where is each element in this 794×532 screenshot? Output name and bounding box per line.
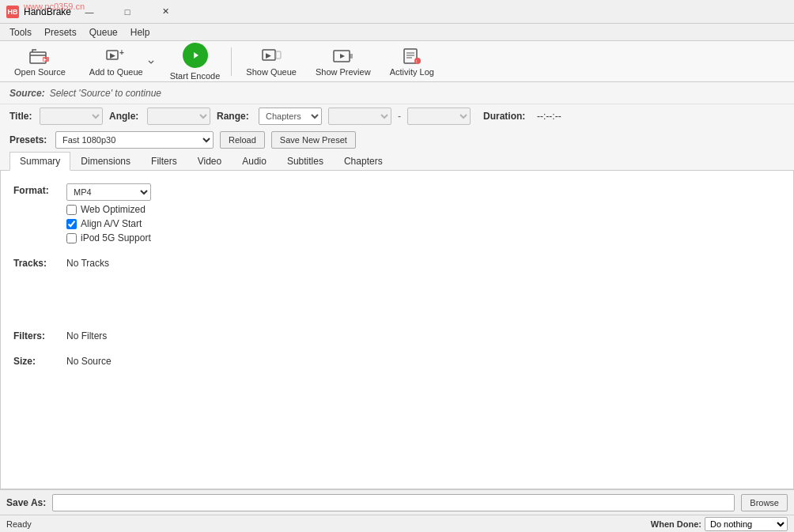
preset-select[interactable]: Fast 1080p30 [55,131,214,149]
tab-subtitles[interactable]: Subtitles [277,152,334,171]
angle-label: Angle: [109,111,141,122]
menu-help[interactable]: Help [124,25,157,40]
source-row: Source: Select 'Source' to continue [0,82,794,104]
ipod-support-label: iPod 5G Support [81,232,151,243]
title-label: Title: [9,111,33,122]
content-area: Source: Select 'Source' to continue Titl… [0,82,794,489]
when-done-label: When Done: [651,519,701,529]
main-panel: Format: MP4 MKV Web Optimized Align A/V … [0,171,794,489]
duration-value: --:--:-- [537,111,561,122]
align-av-row: Align A/V Start [66,218,151,229]
svg-text:▶: ▶ [110,51,115,59]
add-to-queue-button[interactable]: ▶ + Add to Queue [77,43,162,80]
activity-log-label: Activity Log [390,67,434,77]
show-queue-button[interactable]: ▶ Show Queue [238,43,304,80]
menu-queue[interactable]: Queue [83,25,124,40]
svg-marker-6 [194,52,198,58]
angle-select[interactable] [147,108,210,125]
svg-text:+: + [119,48,124,57]
svg-text:▶: ▶ [266,51,271,59]
tabs-row: Summary Dimensions Filters Video Audio S… [0,152,794,171]
range-end-select[interactable] [407,108,471,125]
toolbar: ▶ Open Source ▶ + Add to Queue Start Enc… [0,41,794,82]
range-type-select[interactable]: Chapters [259,108,322,125]
window-controls: — □ ✕ [71,0,183,24]
queue-dropdown-arrow[interactable] [148,57,154,66]
format-label: Format: [13,183,57,196]
open-source-icon: ▶ [28,47,51,66]
menu-presets[interactable]: Presets [38,25,83,40]
tab-audio[interactable]: Audio [232,152,277,171]
save-as-input[interactable] [52,494,735,511]
svg-text:▶: ▶ [43,57,47,62]
presets-label: Presets: [9,134,49,145]
close-button[interactable]: ✕ [147,0,183,24]
range-label: Range: [217,111,252,122]
tracks-label: Tracks: [13,256,57,269]
tab-video[interactable]: Video [187,152,232,171]
tab-filters[interactable]: Filters [141,152,187,171]
maximize-button[interactable]: □ [109,0,146,24]
show-preview-label: Show Preview [316,67,371,77]
start-encode-label: Start Encode [170,71,221,81]
source-label: Source: [9,88,45,99]
status-ready: Ready [6,519,32,529]
format-select[interactable]: MP4 MKV [66,183,151,201]
size-section: Size: No Source [13,354,781,367]
ipod-support-checkbox[interactable] [66,233,77,243]
svg-marker-11 [340,54,345,58]
tab-chapters[interactable]: Chapters [334,152,393,171]
tracks-section: Tracks: No Tracks [13,256,781,269]
align-av-checkbox[interactable] [66,219,77,229]
web-optimized-checkbox[interactable] [66,205,77,215]
show-queue-icon: ▶ [260,47,282,66]
filters-section: Filters: No Filters [13,329,781,341]
open-source-label: Open Source [14,67,66,77]
add-to-queue-label: Add to Queue [89,67,143,77]
toolbar-sep-1 [231,47,232,76]
range-separator: - [398,111,401,122]
presets-row: Presets: Fast 1080p30 Reload Save New Pr… [0,128,794,152]
start-encode-button[interactable]: Start Encode [165,43,225,81]
source-text: Select 'Source' to continue [50,88,161,99]
filters-label: Filters: [13,329,57,341]
align-av-label: Align A/V Start [81,218,142,229]
show-preview-button[interactable]: Show Preview [308,43,379,80]
save-new-preset-button[interactable]: Save New Preset [271,131,356,149]
size-value: No Source [66,354,112,367]
web-optimized-label: Web Optimized [81,204,146,215]
status-bar: Ready When Done: Do nothing Shutdown Sus… [0,515,794,532]
filters-value: No Filters [66,329,107,341]
reload-button[interactable]: Reload [220,131,265,149]
ipod-support-row: iPod 5G Support [66,232,151,243]
save-as-label: Save As: [6,497,46,508]
menu-tools[interactable]: Tools [3,25,38,40]
svg-rect-9 [276,51,281,58]
tab-summary[interactable]: Summary [9,152,70,171]
format-section: Format: MP4 MKV Web Optimized Align A/V … [13,183,781,243]
show-preview-icon [332,47,354,66]
watermark: www.pc0359.cn [24,2,85,11]
browse-button[interactable]: Browse [741,494,788,511]
open-source-button[interactable]: ▶ Open Source [6,43,74,80]
tab-dimensions[interactable]: Dimensions [70,152,141,171]
spacer [13,281,781,329]
web-optimized-row: Web Optimized [66,204,151,215]
when-done-select[interactable]: Do nothing Shutdown Suspend Hibernate Qu… [705,517,788,531]
range-start-select[interactable] [328,108,391,125]
activity-log-icon: ! [401,47,423,66]
title-select[interactable] [40,108,103,125]
app-icon: HB [6,6,19,18]
show-queue-label: Show Queue [246,67,297,77]
menu-bar: Tools Presets Queue Help [0,24,794,41]
save-bar: Save As: Browse [0,489,794,515]
add-queue-icon: ▶ + [105,47,127,66]
title-bar: HB HandBrake www.pc0359.cn — □ ✕ [0,0,794,24]
format-content: MP4 MKV Web Optimized Align A/V Start iP… [66,183,151,243]
duration-label: Duration: [483,111,531,122]
size-label: Size: [13,354,57,367]
tracks-value: No Tracks [66,256,109,269]
title-row: Title: Angle: Range: Chapters - Duration… [0,104,794,128]
when-done-area: When Done: Do nothing Shutdown Suspend H… [651,517,788,531]
activity-log-button[interactable]: ! Activity Log [382,43,442,80]
